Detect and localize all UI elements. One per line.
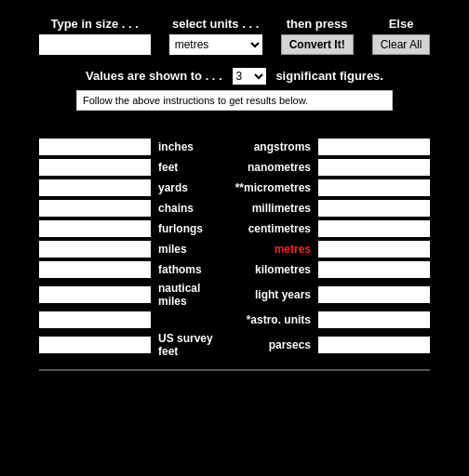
instructions-box: Follow the above instructions to get res… bbox=[76, 90, 393, 111]
instructions-text: Follow the above instructions to get res… bbox=[83, 95, 308, 106]
table-row: feetnanometres bbox=[39, 159, 430, 176]
then-press-label: then press bbox=[287, 17, 348, 31]
table-row: milesmetres bbox=[39, 241, 430, 258]
result-input-right[interactable] bbox=[318, 139, 430, 155]
result-input-left[interactable] bbox=[39, 159, 151, 176]
result-input-left[interactable] bbox=[39, 337, 151, 353]
table-row: fathomskilometres bbox=[39, 261, 430, 278]
result-input-right[interactable] bbox=[318, 220, 430, 237]
table-row: nautical mileslight years bbox=[39, 282, 430, 308]
table-row: inchesangstroms bbox=[39, 139, 430, 155]
table-row: *astro. units bbox=[39, 311, 430, 328]
type-size-label: Type in size . . . bbox=[50, 17, 138, 31]
table-row: furlongscentimetres bbox=[39, 220, 430, 237]
units-select[interactable]: metresfeetinchesyardsmileskilometrescent… bbox=[169, 34, 262, 55]
result-input-left[interactable] bbox=[39, 139, 151, 155]
result-input-right[interactable] bbox=[318, 337, 430, 353]
table-row: chainsmillimetres bbox=[39, 200, 430, 217]
result-label-left: feet bbox=[151, 161, 226, 174]
size-input[interactable] bbox=[39, 34, 151, 55]
clear-button[interactable]: Clear All bbox=[372, 34, 431, 55]
result-input-left[interactable] bbox=[39, 241, 151, 258]
result-input-left[interactable] bbox=[39, 286, 151, 303]
result-label-left: chains bbox=[151, 202, 226, 215]
result-label-right: parsecs bbox=[226, 338, 318, 351]
result-input-right[interactable] bbox=[318, 241, 430, 258]
result-input-right[interactable] bbox=[318, 179, 430, 196]
divider bbox=[39, 369, 430, 371]
convert-button[interactable]: Convert It! bbox=[281, 34, 354, 55]
result-label-left: miles bbox=[151, 243, 226, 256]
table-row: yards**micrometres bbox=[39, 179, 430, 196]
result-input-left[interactable] bbox=[39, 220, 151, 237]
result-label-left: furlongs bbox=[151, 222, 226, 235]
result-input-left[interactable] bbox=[39, 179, 151, 196]
result-input-right[interactable] bbox=[318, 200, 430, 217]
result-label-right: millimetres bbox=[226, 202, 318, 215]
result-label-right: angstroms bbox=[226, 140, 318, 153]
sig-figs-pre-label: Values are shown to . . . bbox=[86, 69, 222, 83]
table-row: US survey feetparsecs bbox=[39, 332, 430, 358]
result-label-left: nautical miles bbox=[151, 282, 226, 308]
result-label-left: US survey feet bbox=[151, 332, 226, 358]
result-input-right[interactable] bbox=[318, 286, 430, 303]
result-label-right: nanometres bbox=[226, 161, 318, 174]
result-label-left: inches bbox=[151, 140, 226, 153]
result-input-left[interactable] bbox=[39, 200, 151, 217]
result-label-left: yards bbox=[151, 181, 226, 194]
sig-figs-select[interactable]: 12345678 bbox=[233, 68, 266, 85]
result-label-right: **micrometres bbox=[226, 181, 318, 194]
result-label-left: fathoms bbox=[151, 263, 226, 276]
results-section: inchesangstromsfeetnanometresyards**micr… bbox=[0, 137, 469, 360]
result-input-right[interactable] bbox=[318, 311, 430, 328]
result-label-right: centimetres bbox=[226, 222, 318, 235]
else-label: Else bbox=[389, 17, 414, 31]
result-input-right[interactable] bbox=[318, 159, 430, 176]
result-input-left[interactable] bbox=[39, 311, 151, 328]
result-label-right: light years bbox=[226, 288, 318, 301]
result-input-left[interactable] bbox=[39, 261, 151, 278]
result-label-right: kilometres bbox=[226, 263, 318, 276]
result-input-right[interactable] bbox=[318, 261, 430, 278]
result-label-right: metres bbox=[226, 243, 318, 256]
select-units-label: select units . . . bbox=[172, 17, 259, 31]
result-label-right: *astro. units bbox=[226, 313, 318, 326]
sig-figs-post-label: significant figures. bbox=[275, 69, 383, 83]
